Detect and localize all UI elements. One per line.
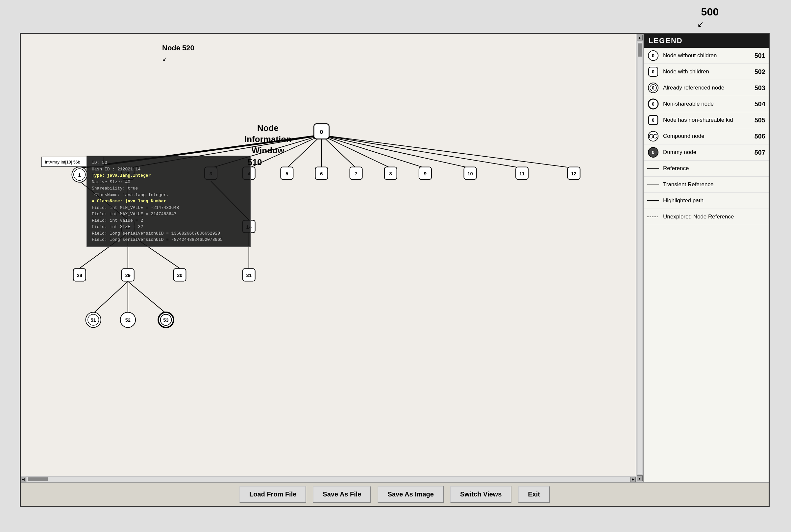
info-line-8: Field: int MIN_VALUE = -2147483648 xyxy=(92,205,246,211)
legend-number-4: 505 xyxy=(751,116,765,124)
legend-text-2: Already referenced node xyxy=(663,84,748,91)
svg-text:0: 0 xyxy=(652,117,655,123)
legend-item-1: 0 Node with children 502 xyxy=(644,64,769,80)
scroll-left-btn[interactable]: ◀ xyxy=(21,477,26,482)
legend-text-1: Node with children xyxy=(663,69,748,75)
svg-line-10 xyxy=(321,135,522,168)
scroll-down-btn[interactable]: ▼ xyxy=(637,475,643,481)
unexplored-node-icon xyxy=(647,211,659,223)
node-with-children-icon: 0 xyxy=(647,66,659,78)
info-line-2: Hash ID : 212021.14 xyxy=(92,166,246,173)
legend-header: LEGEND xyxy=(644,34,769,48)
already-referenced-icon: 0 xyxy=(647,82,659,94)
svg-text:11: 11 xyxy=(519,171,525,176)
highlighted-path-icon xyxy=(647,195,659,207)
content-area: Node 520 ↙ xyxy=(21,34,769,482)
svg-line-7 xyxy=(321,135,390,168)
svg-text:10: 10 xyxy=(467,171,472,176)
save-as-file-button[interactable]: Save As File xyxy=(313,486,371,503)
legend-text-5: Compound node xyxy=(663,133,748,139)
svg-text:0: 0 xyxy=(652,135,654,138)
svg-text:0: 0 xyxy=(652,69,655,74)
legend-number-5: 506 xyxy=(751,133,765,140)
info-line-7: ● ClassName: java.lang.Number xyxy=(92,198,246,205)
svg-text:1: 1 xyxy=(78,172,81,178)
svg-line-20 xyxy=(93,281,128,313)
node-info-window-label: NodeInformationWindow xyxy=(244,123,291,156)
scrollbar[interactable]: ▲ ▼ xyxy=(636,34,643,482)
legend-text-8: Transient Reference xyxy=(663,181,748,188)
scroll-thumb[interactable] xyxy=(638,43,642,57)
legend-item-8: Transient Reference xyxy=(644,177,769,193)
scroll-track[interactable] xyxy=(637,42,642,474)
legend-item-3: 0 Non-shareable node 504 xyxy=(644,96,769,112)
svg-text:30: 30 xyxy=(177,273,182,278)
exit-button[interactable]: Exit xyxy=(518,486,550,503)
info-line-3: Type: java.lang.Integer xyxy=(92,172,246,179)
svg-text:0: 0 xyxy=(652,53,655,58)
scroll-right-btn[interactable]: ▶ xyxy=(631,477,636,482)
svg-text:9: 9 xyxy=(424,171,427,176)
legend-text-6: Dummy node xyxy=(663,149,748,156)
svg-text:28: 28 xyxy=(77,273,82,278)
h-scrollbar[interactable]: ◀ ▶ xyxy=(21,476,636,482)
svg-text:6: 6 xyxy=(320,171,323,176)
info-window: ID: 53 Hash ID : 212021.14 Type: java.la… xyxy=(86,156,251,247)
svg-line-8 xyxy=(321,135,425,168)
save-as-image-button[interactable]: Save As Image xyxy=(378,486,443,503)
legend-item-0: 0 Node without children 501 xyxy=(644,48,769,64)
legend-item-2: 0 Already referenced node 503 xyxy=(644,80,769,96)
legend-panel: LEGEND 0 Node without children 501 0 xyxy=(644,34,769,482)
svg-text:0: 0 xyxy=(652,85,655,91)
legend-item-6: 0 Dummy node 507 xyxy=(644,145,769,160)
node-without-children-icon: 0 xyxy=(647,50,659,61)
svg-text:IntArray Int[10] 56b: IntArray Int[10] 56b xyxy=(45,160,80,165)
legend-text-4: Node has non-shareable kid xyxy=(663,117,748,124)
svg-text:0: 0 xyxy=(320,129,323,135)
info-line-4: Native Size: 40 xyxy=(92,179,246,186)
legend-item-7: Reference xyxy=(644,160,769,177)
h-scroll-track[interactable] xyxy=(27,477,630,482)
legend-text-9: Highlighted path xyxy=(663,197,748,204)
svg-line-22 xyxy=(128,281,166,313)
legend-text-10: Unexplored Node Reference xyxy=(663,213,748,220)
svg-text:7: 7 xyxy=(354,171,357,176)
legend-text-0: Node without children xyxy=(663,52,748,59)
switch-views-button[interactable]: Switch Views xyxy=(450,486,512,503)
tree-panel: Node 520 ↙ xyxy=(21,34,644,482)
legend-number-3: 504 xyxy=(751,100,765,108)
scroll-up-btn[interactable]: ▲ xyxy=(637,35,643,40)
svg-text:8: 8 xyxy=(389,171,392,176)
tree-svg: 0 1 IntArray Int[10] 56b 2 3 4 xyxy=(21,34,643,482)
diagram-number: 500 xyxy=(701,6,719,18)
bottom-toolbar: Load From File Save As File Save As Imag… xyxy=(21,482,769,506)
legend-number-1: 502 xyxy=(751,68,765,76)
dummy-node-icon: 0 xyxy=(647,147,659,158)
info-line-5: Shareability: true xyxy=(92,185,246,192)
diagram-arrow: ↙ xyxy=(697,20,704,29)
legend-item-4: 0 Node has non-shareable kid 505 xyxy=(644,112,769,128)
legend-text-3: Non-shareable node xyxy=(663,101,748,107)
info-line-12: Field: long serialVersionUID = 136082666… xyxy=(92,230,246,237)
legend-item-10: Unexplored Node Reference xyxy=(644,209,769,225)
legend-number-2: 503 xyxy=(751,84,765,92)
svg-text:0: 0 xyxy=(652,101,655,107)
svg-text:31: 31 xyxy=(246,273,252,278)
legend-number-6: 507 xyxy=(751,149,765,156)
info-line-11: Field: int SIZE = 32 xyxy=(92,224,246,230)
svg-text:52: 52 xyxy=(125,318,131,323)
reference-line-icon xyxy=(647,163,659,174)
svg-text:5: 5 xyxy=(286,171,288,176)
legend-number-0: 501 xyxy=(751,52,765,60)
transient-reference-icon xyxy=(647,179,659,190)
svg-text:51: 51 xyxy=(91,318,96,323)
svg-text:12: 12 xyxy=(571,171,577,176)
load-from-file-button[interactable]: Load From File xyxy=(239,486,306,503)
h-scroll-thumb[interactable] xyxy=(28,477,48,481)
legend-item-5: 0 Compound node 506 xyxy=(644,128,769,145)
non-shareable-kid-icon: 0 xyxy=(647,114,659,126)
main-frame: Node 520 ↙ xyxy=(20,33,770,507)
compound-node-icon: 0 xyxy=(647,130,659,142)
info-line-10: Field: int value = 2 xyxy=(92,217,246,224)
svg-text:53: 53 xyxy=(163,318,168,323)
